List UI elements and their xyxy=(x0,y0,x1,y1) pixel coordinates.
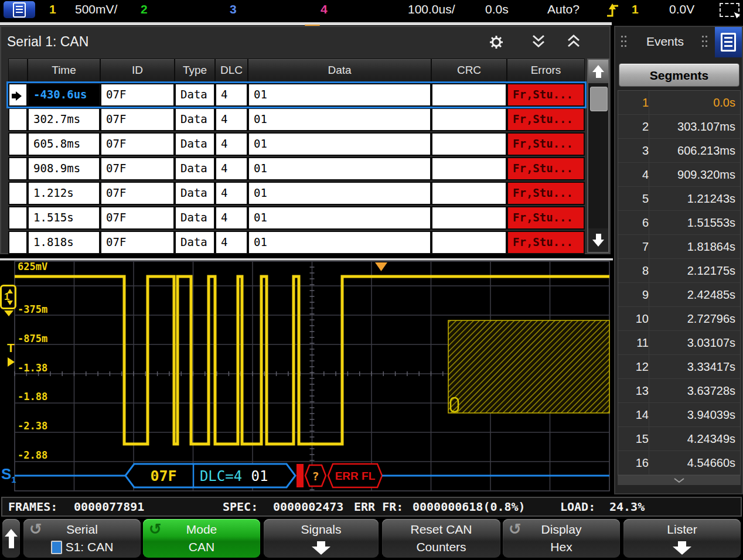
display-softkey[interactable]: ↺ Display Hex xyxy=(503,519,620,558)
lister-cell-data: 01 xyxy=(248,231,431,254)
segment-row[interactable]: 164.54660s xyxy=(618,451,740,475)
selected-row-arrow-icon xyxy=(12,91,22,101)
segment-row[interactable]: 92.42485s xyxy=(618,283,740,307)
segment-time: 909.320ms xyxy=(677,163,735,186)
segment-row[interactable]: 113.03107s xyxy=(618,331,740,355)
lister-cell-time: 1.818s xyxy=(28,231,100,254)
segments-scroll-hint[interactable] xyxy=(618,476,741,485)
down-arrow-icon xyxy=(312,541,330,555)
lister-cell-errors: Fr,Stu... xyxy=(507,182,585,205)
channel1-badge[interactable]: 1 xyxy=(49,2,56,16)
channel4-badge[interactable]: 4 xyxy=(321,2,328,16)
segment-row[interactable]: 51.21243s xyxy=(618,187,740,211)
lister-cell-type: Data xyxy=(175,132,215,156)
lister-scrollbar[interactable] xyxy=(587,59,609,253)
segment-time: 4.54660s xyxy=(687,451,735,474)
segment-row[interactable]: 82.12175s xyxy=(618,259,740,283)
can-counters-bar: FRAMES: 0000077891 SPEC: 0000002473 ERR … xyxy=(1,497,742,517)
lister-row[interactable]: -430.6us07FData401Fr,Stu... xyxy=(8,83,585,107)
voltage-axis-label: -375m xyxy=(18,305,47,315)
segment-number: 10 xyxy=(618,307,649,330)
lister-cell-crc xyxy=(431,231,507,254)
lister-row[interactable]: 1.515s07FData401Fr,Stu... xyxy=(8,206,585,230)
trigger-level-marker[interactable]: T xyxy=(7,341,15,355)
menu-button[interactable] xyxy=(4,1,35,18)
waveform-display: 07F DLC=4 01 ? ERR FL 1 T S1 625mV-375m-… xyxy=(0,254,613,497)
segment-row[interactable]: 123.33417s xyxy=(618,355,740,379)
segment-number: 6 xyxy=(618,211,649,234)
segment-row[interactable]: 10.0s xyxy=(618,91,740,115)
segment-row[interactable]: 133.63728s xyxy=(618,379,740,403)
can-decode-lane: 07F DLC=4 01 ? ERR FL xyxy=(15,464,609,487)
lister-row[interactable]: 908.9ms07FData401Fr,Stu... xyxy=(8,157,585,180)
trigger-time-marker[interactable] xyxy=(375,262,387,271)
segment-row[interactable]: 154.24349s xyxy=(618,427,740,451)
region-select-icon[interactable] xyxy=(720,3,739,17)
ch1-ground-marker[interactable]: 1 xyxy=(0,285,16,309)
lister-cell-arrow xyxy=(8,206,28,230)
down-arrow-icon xyxy=(7,301,13,305)
timebase-readout[interactable]: 100.0us/ xyxy=(408,2,455,16)
err-fr-value: 0000000618(0.8%) xyxy=(413,500,526,514)
trigger-level-pointer[interactable] xyxy=(8,357,15,367)
segment-time: 2.72796s xyxy=(687,307,735,330)
lister-cell-type: Data xyxy=(175,83,215,107)
reset-can-counters-softkey[interactable]: Reset CAN Counters xyxy=(382,519,500,558)
segment-row[interactable]: 2303.107ms xyxy=(618,115,740,139)
lister-row[interactable]: 1.818s07FData401Fr,Stu... xyxy=(8,231,585,254)
signals-softkey[interactable]: Signals xyxy=(264,519,379,558)
channel2-badge[interactable]: 2 xyxy=(141,2,148,16)
segment-number: 14 xyxy=(618,403,649,426)
segment-number: 5 xyxy=(618,187,649,210)
segment-row[interactable]: 3606.213ms xyxy=(618,139,740,163)
segment-time: 3.03107s xyxy=(687,331,735,354)
mode-softkey[interactable]: ↺ Mode CAN xyxy=(143,519,260,558)
scrollbar-thumb[interactable] xyxy=(590,87,608,111)
lister-cell-arrow xyxy=(8,157,28,180)
decode-error-value: ERR FL xyxy=(335,470,376,482)
segments-button[interactable]: Segments xyxy=(619,63,739,87)
segment-row[interactable]: 71.81864s xyxy=(618,235,740,259)
lister-cell-crc xyxy=(431,108,507,131)
scroll-down-button[interactable] xyxy=(588,228,608,252)
voltage-axis-label: -1.38 xyxy=(18,363,47,373)
trigger-source-readout[interactable]: 1 xyxy=(632,2,639,16)
segment-number: 4 xyxy=(618,163,649,186)
segment-row[interactable]: 4909.320ms xyxy=(618,163,740,187)
lister-cell-arrow xyxy=(8,231,28,254)
events-panel: Events Segments 10.0s2303.107ms3606.213m… xyxy=(614,26,743,494)
up-arrow-icon xyxy=(5,529,18,548)
segment-row[interactable]: 102.72796s xyxy=(618,307,740,331)
drag-grip-icon[interactable] xyxy=(702,36,704,37)
delay-readout[interactable]: 0.0s xyxy=(485,2,509,16)
scroll-up-button[interactable] xyxy=(588,60,608,83)
trigger-level-readout[interactable]: 0.0V xyxy=(669,2,694,16)
segments-list[interactable]: 10.0s2303.107ms3606.213ms4909.320ms51.21… xyxy=(618,90,741,476)
lister-row[interactable]: 1.212s07FData401Fr,Stu... xyxy=(8,182,585,205)
lister-cell-type: Data xyxy=(175,157,215,180)
display-value: Hex xyxy=(550,540,572,554)
segment-time: 2.12175s xyxy=(687,259,735,282)
lister-cell-arrow xyxy=(8,182,28,205)
frames-value: 0000077891 xyxy=(74,500,144,514)
trigger-mode-readout[interactable]: Auto? xyxy=(547,2,580,16)
channel3-badge[interactable]: 3 xyxy=(230,2,237,16)
lister-cell-data: 01 xyxy=(248,83,431,107)
status-bar: 1 500mV/ 2 3 4 100.0us/ 0.0s Auto? 1 0.0… xyxy=(0,0,743,20)
segment-row[interactable]: 61.51553s xyxy=(618,211,740,235)
lister-cell-errors: Fr,Stu... xyxy=(507,157,585,180)
segment-row[interactable]: 143.94039s xyxy=(618,403,740,427)
serial-softkey[interactable]: ↺ Serial S1: CAN xyxy=(23,519,141,558)
back-up-softkey[interactable] xyxy=(2,519,20,558)
events-lister-button[interactable] xyxy=(715,27,742,57)
lister-row[interactable]: 302.7ms07FData401Fr,Stu... xyxy=(8,108,585,131)
segment-time: 0.0s xyxy=(713,91,735,114)
lister-cell-id: 07F xyxy=(100,132,175,156)
lister-cell-data: 01 xyxy=(248,157,431,180)
lister-softkey[interactable]: Lister xyxy=(623,519,741,558)
lister-cell-dlc: 4 xyxy=(215,108,248,131)
lister-cell-dlc: 4 xyxy=(215,182,248,205)
channel1-scale[interactable]: 500mV/ xyxy=(75,2,117,16)
voltage-axis-label: -875m xyxy=(18,334,47,344)
lister-row[interactable]: 605.8ms07FData401Fr,Stu... xyxy=(8,132,585,156)
